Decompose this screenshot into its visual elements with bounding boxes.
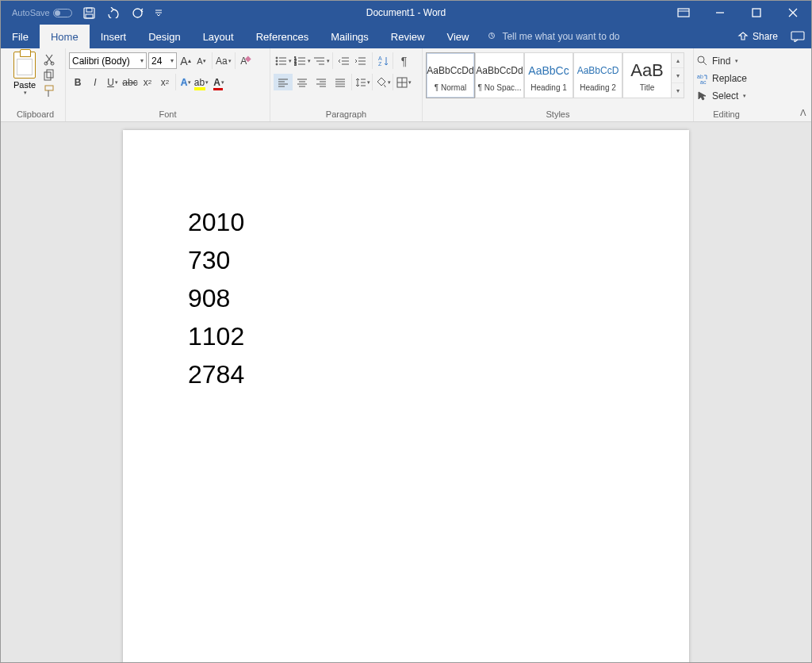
style--no-spac-[interactable]: AaBbCcDd¶ No Spac... — [475, 52, 524, 98]
cut-button[interactable] — [43, 53, 57, 66]
style-heading-1[interactable]: AaBbCcHeading 1 — [524, 52, 573, 98]
group-paragraph: ▾ 123▾ ▾ AZ ¶ ▾ ▾ ▾ Paragraph — [270, 48, 423, 121]
ribbon: Paste ▾ Clipboard Calibri (Body)▾ 24▾ A▴… — [1, 48, 811, 122]
quick-access-toolbar — [83, 7, 163, 19]
increase-indent-button[interactable] — [351, 52, 370, 69]
font-name-combobox[interactable]: Calibri (Body)▾ — [69, 52, 147, 69]
svg-rect-15 — [47, 70, 53, 78]
tab-review[interactable]: Review — [380, 25, 436, 48]
decrease-indent-button[interactable] — [332, 52, 351, 69]
svg-text:Z: Z — [378, 61, 382, 67]
ribbon-display-button[interactable] — [665, 1, 702, 25]
styles-more-button[interactable]: ▾ — [672, 83, 684, 98]
style-preview: AaBbCcDd — [476, 59, 523, 82]
svg-point-21 — [276, 63, 278, 65]
bullets-button[interactable]: ▾ — [274, 52, 293, 69]
paste-label: Paste — [9, 80, 40, 90]
font-color-button[interactable]: A▾ — [210, 74, 228, 90]
italic-button[interactable]: I — [86, 74, 104, 90]
borders-button[interactable]: ▾ — [393, 74, 412, 90]
document-line[interactable]: 2010 — [188, 203, 624, 241]
line-spacing-button[interactable]: ▾ — [351, 74, 370, 90]
tab-view[interactable]: View — [435, 25, 480, 48]
svg-text:ab: ab — [697, 74, 703, 79]
document-line[interactable]: 908 — [188, 279, 624, 317]
format-painter-button[interactable] — [43, 85, 57, 98]
style-name: Title — [640, 83, 655, 92]
align-left-button[interactable] — [274, 74, 293, 90]
style--normal[interactable]: AaBbCcDd¶ Normal — [426, 52, 475, 98]
font-name-value: Calibri (Body) — [72, 56, 130, 67]
align-center-button[interactable] — [293, 74, 312, 90]
svg-rect-16 — [45, 86, 53, 90]
tell-me-placeholder: Tell me what you want to do — [502, 31, 619, 42]
share-area: Share — [737, 25, 811, 48]
redo-button[interactable] — [132, 7, 144, 19]
styles-gallery: AaBbCcDd¶ NormalAaBbCcDd¶ No Spac...AaBb… — [426, 52, 690, 98]
change-case-button[interactable]: Aa▾ — [212, 52, 232, 69]
style-name: Heading 1 — [530, 83, 567, 92]
tab-file[interactable]: File — [1, 25, 40, 48]
group-editing: Find▾ abac Replace Select▾ Editing — [694, 48, 759, 121]
sort-button[interactable]: AZ — [372, 52, 391, 69]
copy-button[interactable] — [43, 69, 57, 82]
multilevel-list-button[interactable]: ▾ — [312, 52, 331, 69]
autosave-switch-icon — [53, 9, 72, 17]
svg-rect-14 — [44, 72, 51, 80]
document-line[interactable]: 1102 — [188, 317, 624, 355]
clear-formatting-button[interactable]: A◆ — [235, 52, 249, 69]
paste-button[interactable]: Paste ▾ — [9, 50, 40, 98]
strikethrough-button[interactable]: abc — [121, 74, 139, 90]
page[interactable]: 201073090811022784 — [123, 130, 689, 663]
text-effects-button[interactable]: A▾ — [175, 74, 193, 90]
tab-design[interactable]: Design — [137, 25, 191, 48]
title-bar: AutoSave Document1 - Word — [1, 1, 811, 25]
subscript-button[interactable]: x2 — [139, 74, 156, 90]
share-button[interactable]: Share — [737, 31, 778, 42]
tab-references[interactable]: References — [245, 25, 320, 48]
numbering-button[interactable]: 123▾ — [293, 52, 312, 69]
svg-text:3: 3 — [294, 62, 297, 66]
qat-customize-button[interactable] — [155, 9, 163, 17]
tell-me-search[interactable]: Tell me what you want to do — [488, 25, 619, 48]
find-button[interactable]: Find▾ — [697, 53, 756, 68]
tab-layout[interactable]: Layout — [192, 25, 245, 48]
justify-button[interactable] — [331, 74, 350, 90]
svg-line-63 — [703, 62, 707, 65]
styles-up-button[interactable]: ▴ — [672, 53, 684, 68]
autosave-toggle[interactable]: AutoSave — [12, 8, 72, 17]
document-area[interactable]: 201073090811022784 — [1, 122, 811, 663]
grow-font-button[interactable]: A▴ — [178, 52, 193, 69]
align-right-button[interactable] — [312, 74, 331, 90]
svg-text:A: A — [378, 56, 382, 61]
comments-button[interactable] — [791, 31, 805, 42]
superscript-button[interactable]: x2 — [156, 74, 174, 90]
tab-home[interactable]: Home — [40, 25, 90, 48]
document-line[interactable]: 2784 — [188, 355, 624, 393]
maximize-button[interactable] — [738, 1, 775, 25]
tab-mailings[interactable]: Mailings — [320, 25, 380, 48]
underline-button[interactable]: U▾ — [104, 74, 121, 90]
shrink-font-button[interactable]: A▾ — [194, 52, 209, 69]
close-button[interactable] — [775, 1, 811, 25]
undo-button[interactable] — [106, 7, 121, 18]
autosave-label: AutoSave — [12, 8, 50, 17]
replace-button[interactable]: abac Replace — [697, 71, 756, 86]
select-button[interactable]: Select▾ — [697, 88, 756, 103]
highlight-button[interactable]: ab▾ — [193, 74, 210, 90]
document-line[interactable]: 730 — [188, 241, 624, 279]
shading-button[interactable]: ▾ — [372, 74, 391, 90]
collapse-ribbon-button[interactable]: ᐱ — [800, 108, 806, 118]
show-marks-button[interactable]: ¶ — [393, 52, 412, 69]
find-label: Find — [712, 56, 730, 67]
font-size-combobox[interactable]: 24▾ — [148, 52, 177, 69]
svg-rect-7 — [753, 9, 760, 17]
tab-insert[interactable]: Insert — [90, 25, 138, 48]
styles-down-button[interactable]: ▾ — [672, 68, 684, 83]
save-button[interactable] — [83, 7, 95, 19]
style-name: ¶ Normal — [435, 83, 466, 92]
style-title[interactable]: AaBTitle — [622, 52, 672, 98]
bold-button[interactable]: B — [69, 74, 86, 90]
minimize-button[interactable] — [702, 1, 738, 25]
style-heading-2[interactable]: AaBbCcDHeading 2 — [573, 52, 622, 98]
